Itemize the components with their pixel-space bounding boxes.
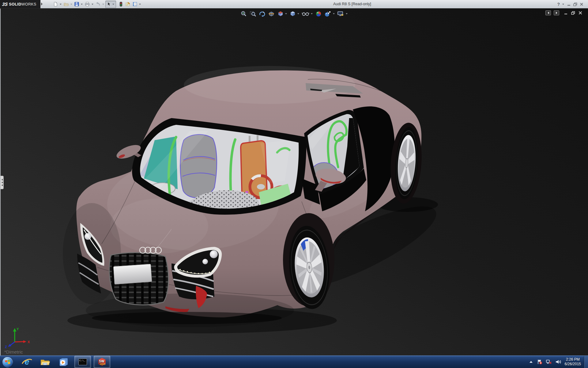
app-minimize-button[interactable] — [567, 2, 571, 6]
print-icon — [85, 2, 90, 7]
view-orientation-icon — [277, 11, 284, 17]
taskbar-file-explorer[interactable] — [37, 356, 53, 368]
splitter-arrow-icon — [2, 182, 3, 183]
x-axis-label: X — [28, 340, 30, 344]
rotate-view-button[interactable] — [258, 10, 266, 17]
options-list-icon — [132, 2, 138, 7]
comment-note-button[interactable] — [124, 1, 131, 8]
section-view-button[interactable] — [267, 10, 275, 17]
select-button[interactable] — [105, 1, 116, 8]
print-button[interactable] — [84, 1, 91, 8]
front-grille — [109, 253, 168, 305]
zoom-to-area-button[interactable] — [249, 10, 257, 17]
new-dropdown-icon[interactable] — [60, 4, 62, 5]
new-document-button[interactable] — [52, 1, 59, 8]
options-dropdown-icon[interactable] — [139, 4, 141, 5]
start-button[interactable] — [2, 357, 13, 368]
display-style-button[interactable] — [289, 10, 300, 17]
screen: { "title_bar": { "logo": {"monogram": "3… — [0, 0, 588, 368]
splitter-arrow-icon — [2, 184, 3, 186]
doc-restore-button[interactable] — [571, 11, 575, 15]
undo-button[interactable] — [95, 1, 101, 8]
save-dropdown-icon[interactable] — [81, 4, 83, 5]
show-hidden-icons-button[interactable] — [530, 361, 533, 363]
collapse-right-icon — [556, 12, 557, 14]
y-axis-arrow — [13, 328, 17, 332]
open-button[interactable] — [63, 1, 70, 8]
audi-r8-model[interactable] — [0, 8, 588, 356]
logo-monogram: 3S — [2, 2, 8, 7]
menu-expand-chevron-icon[interactable] — [41, 2, 43, 6]
collapse-right-pane-button[interactable] — [554, 10, 559, 15]
zoom-to-area-icon — [250, 11, 256, 17]
print-dropdown-icon[interactable] — [92, 4, 93, 5]
app-restore-button[interactable] — [573, 2, 578, 6]
graphics-viewport[interactable]: X Y Z *Dimetric — [0, 8, 588, 356]
select-dropdown-icon[interactable] — [112, 4, 114, 5]
splitter-arrow-icon — [2, 179, 3, 181]
open-dropdown-icon[interactable] — [70, 4, 72, 5]
minimize-icon — [567, 2, 571, 6]
clock-time: 2:26 PM — [565, 357, 581, 362]
window-title: Audi R8 S [Read-only] — [333, 2, 371, 6]
doc-close-button[interactable] — [578, 11, 582, 15]
title-bar: 3S SOLIDWORKS Audi R — [0, 0, 588, 9]
y-axis-label: Y — [17, 327, 19, 331]
document-window-controls — [545, 10, 582, 15]
comment-note-icon — [125, 2, 130, 7]
traffic-light-button[interactable] — [118, 1, 124, 8]
save-button[interactable] — [74, 1, 80, 8]
taskbar-solidworks-2015[interactable]: SW 2015 — [94, 356, 110, 368]
doc-minimize-button[interactable] — [564, 11, 568, 15]
view-settings-icon — [337, 11, 345, 17]
app-close-button[interactable] — [579, 2, 584, 6]
windows-media-player-icon — [59, 358, 68, 366]
appearance-sphere-icon — [315, 11, 322, 17]
edit-appearance-button[interactable] — [315, 10, 322, 17]
solidworks-logo: 3S SOLIDWORKS — [0, 0, 40, 8]
save-floppy-icon — [74, 2, 79, 7]
show-desktop-button[interactable] — [584, 356, 588, 368]
apply-scene-dropdown-icon[interactable] — [333, 13, 335, 14]
hide-show-items-button[interactable] — [301, 10, 313, 17]
collapse-left-pane-button[interactable] — [545, 10, 551, 15]
undo-dropdown-icon[interactable] — [102, 4, 104, 5]
reference-triad: X Y Z — [4, 327, 31, 349]
view-settings-dropdown-icon[interactable] — [346, 13, 348, 14]
view-orientation-dropdown-icon[interactable] — [285, 13, 287, 14]
view-orientation-button[interactable] — [277, 10, 288, 17]
eyeglasses-icon — [302, 11, 310, 17]
display-style-dropdown-icon[interactable] — [297, 13, 299, 14]
rotate-view-icon — [259, 11, 266, 17]
volume-icon[interactable] — [555, 359, 561, 365]
open-folder-icon — [63, 2, 69, 7]
solidworks-2015-icon: SW 2015 — [97, 357, 107, 366]
display-style-icon — [289, 11, 296, 17]
taskbar-windows-media-player[interactable] — [56, 356, 72, 368]
system-tray: 2:26 PM 6/26/2015 — [530, 356, 588, 368]
taskbar-internet-explorer[interactable]: e — [19, 356, 35, 368]
taskbar-command-prompt[interactable]: C:\_ — [74, 356, 91, 368]
panel-splitter-handle[interactable] — [1, 176, 4, 189]
logo-brand-light: WORKS — [21, 2, 36, 6]
network-disconnected-icon[interactable] — [546, 359, 552, 365]
taskbar-clock[interactable]: 2:26 PM 6/26/2015 — [565, 357, 581, 366]
x-axis-arrow — [23, 340, 26, 343]
view-orientation-label: *Dimetric — [4, 349, 23, 355]
titlebar-controls: ? — [557, 0, 584, 8]
internet-explorer-icon: e — [24, 358, 29, 366]
restore-icon — [573, 2, 578, 6]
license-plate — [113, 264, 152, 284]
view-settings-button[interactable] — [337, 10, 348, 17]
command-prompt-icon: C:\_ — [78, 358, 87, 365]
z-axis-label: Z — [5, 345, 7, 349]
select-cursor-icon — [106, 2, 111, 7]
help-dropdown-icon[interactable] — [562, 4, 564, 5]
zoom-to-fit-button[interactable] — [240, 10, 248, 17]
help-button[interactable]: ? — [557, 2, 560, 7]
action-center-flag-icon[interactable] — [537, 359, 542, 365]
apply-scene-button[interactable] — [324, 10, 335, 17]
hide-show-dropdown-icon[interactable] — [311, 13, 313, 14]
options-list-button[interactable] — [132, 1, 138, 8]
undo-icon — [95, 2, 101, 7]
